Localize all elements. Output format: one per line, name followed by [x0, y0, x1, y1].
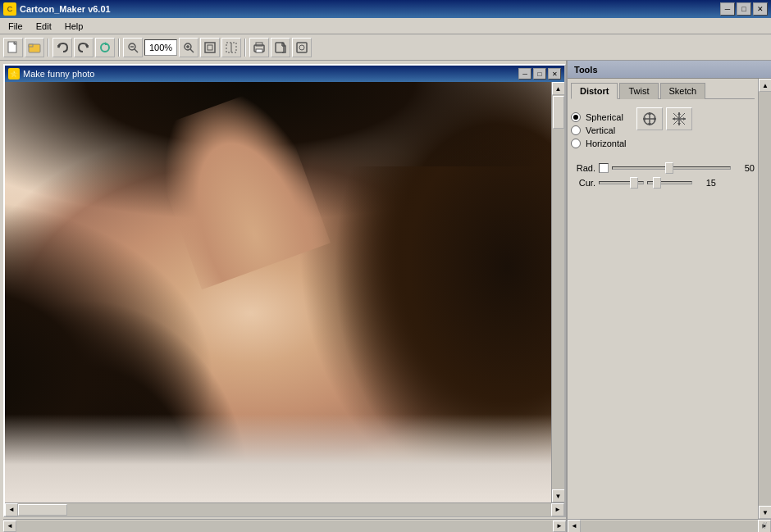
main-scroll-track-h — [16, 521, 553, 532]
svg-rect-25 — [297, 43, 307, 52]
tool-buttons — [636, 107, 692, 130]
zoom-level: 100% — [144, 39, 177, 56]
inner-minimize-button[interactable]: ─ — [518, 68, 531, 80]
print-button[interactable] — [249, 38, 269, 57]
close-button[interactable]: ✕ — [753, 2, 768, 16]
tools-vertical-scrollbar: ▲ ▼ — [758, 79, 771, 519]
tab-sketch[interactable]: Sketch — [660, 83, 706, 99]
minimize-button[interactable]: ─ — [720, 2, 735, 16]
redo-button[interactable] — [74, 38, 94, 57]
tools-scroll-down[interactable]: ▼ — [759, 506, 771, 519]
tab-distort[interactable]: Distort — [571, 83, 618, 99]
svg-rect-16 — [208, 45, 212, 50]
radio-spherical[interactable]: Spherical — [571, 112, 627, 122]
toolbar-sep-1 — [48, 39, 49, 57]
tools-header: Tools — [568, 61, 771, 79]
menu-help[interactable]: Help — [58, 20, 90, 33]
svg-rect-3 — [29, 44, 33, 47]
menu-edit[interactable]: Edit — [30, 20, 58, 33]
resize-grip[interactable]: // — [758, 519, 771, 532]
app-icon: C — [3, 2, 16, 16]
scroll-thumb-v[interactable] — [553, 96, 564, 129]
curvature-slider-1[interactable] — [599, 181, 644, 184]
title-bar: C Cartoon_Maker v6.01 ─ □ ✕ — [0, 0, 771, 18]
radio-horizontal[interactable]: Horizontal — [571, 139, 627, 148]
radio-horizontal-input[interactable] — [571, 139, 581, 148]
inner-close-button[interactable]: ✕ — [548, 68, 561, 80]
refresh-button[interactable] — [95, 38, 115, 57]
toolbar-sep-3 — [244, 39, 246, 57]
tools-content: Distort Twist Sketch Spherical — [568, 79, 771, 519]
svg-line-12 — [190, 49, 194, 52]
scroll-track-v — [552, 95, 565, 489]
inner-title-left: 🌟 Make funny photo — [8, 68, 94, 80]
main-scroll-right-arrow[interactable]: ► — [553, 521, 566, 532]
curvature-thumb-1[interactable] — [630, 177, 638, 189]
radio-group: Spherical Vertical Horizontal — [571, 112, 627, 152]
new-button[interactable] — [3, 38, 23, 57]
scroll-right-arrow[interactable]: ► — [551, 503, 564, 516]
distort-main-row: Spherical Vertical Horizontal — [571, 106, 755, 158]
zoom-in-button[interactable] — [179, 38, 198, 57]
image-container — [5, 82, 551, 502]
main-scroll-left-arrow[interactable]: ◄ — [3, 521, 16, 532]
horizontal-scrollbar: ◄ ► — [5, 502, 564, 516]
radio-vertical-input[interactable] — [571, 125, 581, 135]
radius-checkbox[interactable] — [599, 163, 609, 173]
scroll-down-arrow[interactable]: ▼ — [552, 489, 565, 502]
scroll-thumb-h[interactable] — [18, 504, 67, 516]
vertical-scrollbar: ▲ ▼ — [551, 82, 564, 502]
scroll-up-arrow[interactable]: ▲ — [552, 82, 565, 95]
menu-file[interactable]: File — [2, 20, 30, 33]
export-button[interactable] — [271, 38, 290, 57]
extra-button[interactable] — [292, 38, 312, 57]
distort-content: Spherical Vertical Horizontal — [571, 106, 755, 188]
move-tool-button[interactable] — [636, 107, 663, 130]
curvature-thumb-2[interactable] — [653, 177, 661, 189]
radio-spherical-input[interactable] — [571, 112, 581, 122]
svg-point-26 — [299, 45, 304, 50]
radio-vertical[interactable]: Vertical — [571, 125, 627, 135]
radius-slider-thumb[interactable] — [665, 162, 673, 174]
tools-scroll-track-h — [581, 521, 758, 532]
tool-buttons-row — [636, 107, 692, 130]
distort-tool-button[interactable] — [666, 107, 692, 130]
inner-title-bar: 🌟 Make funny photo ─ □ ✕ — [5, 66, 564, 82]
svg-marker-38 — [677, 112, 681, 115]
inner-window-title: Make funny photo — [23, 69, 94, 79]
radius-value: 50 — [734, 163, 755, 173]
open-button[interactable] — [25, 38, 44, 57]
curvature-label: Cur. — [571, 178, 595, 188]
left-panel: 🌟 Make funny photo ─ □ ✕ — [0, 61, 566, 532]
scroll-track-h — [18, 503, 551, 516]
scroll-left-arrow[interactable]: ◄ — [5, 503, 18, 516]
fit-button[interactable] — [200, 38, 220, 57]
curvature-value: 15 — [696, 178, 716, 188]
photo-display — [5, 82, 551, 502]
tab-twist[interactable]: Twist — [619, 83, 658, 99]
tools-title: Tools — [574, 65, 598, 75]
curvature-slider-2[interactable] — [647, 181, 692, 184]
select-button[interactable] — [221, 38, 241, 57]
main-horizontal-scrollbar: ◄ ► — [3, 519, 566, 532]
undo-button[interactable] — [52, 38, 72, 57]
svg-marker-41 — [683, 117, 686, 120]
toolbar-sep-2 — [118, 39, 120, 57]
tools-scroll-left[interactable]: ◄ — [568, 520, 581, 533]
right-panel: Tools Distort Twist Sketch — [566, 61, 771, 532]
radio-spherical-label: Spherical — [586, 112, 623, 122]
app-title: Cartoon_Maker v6.01 — [20, 4, 111, 14]
inner-title-buttons[interactable]: ─ □ ✕ — [518, 68, 561, 80]
svg-line-9 — [135, 49, 138, 52]
svg-rect-15 — [205, 43, 215, 52]
tools-scroll-up[interactable]: ▲ — [759, 79, 771, 92]
radius-slider-track[interactable] — [612, 166, 731, 170]
title-buttons[interactable]: ─ □ ✕ — [720, 2, 768, 16]
tools-main: Distort Twist Sketch Spherical — [568, 79, 758, 519]
inner-maximize-button[interactable]: □ — [533, 68, 546, 80]
zoom-out-button[interactable] — [123, 38, 143, 57]
svg-marker-40 — [673, 117, 675, 120]
radius-label: Rad. — [571, 163, 595, 173]
maximize-button[interactable]: □ — [737, 2, 751, 16]
curvature-row: Cur. 15 — [571, 178, 755, 188]
